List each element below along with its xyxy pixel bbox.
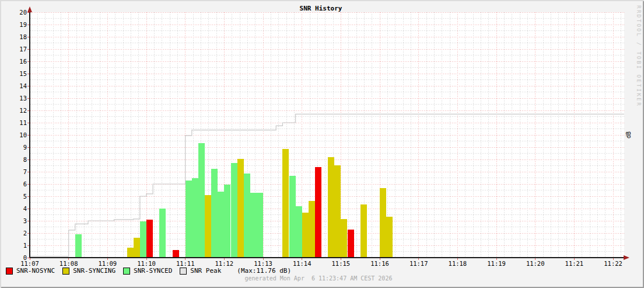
y-tick-label: 12 <box>19 107 27 114</box>
y-tick-label: 16 <box>19 58 27 65</box>
x-tick-label: 11:18 <box>449 260 467 267</box>
x-axis-arrow-icon <box>624 255 629 260</box>
x-tick-label: 11:12 <box>215 260 234 267</box>
y-tick-label: 9 <box>23 144 27 151</box>
x-tick-label: 11:21 <box>565 260 584 267</box>
snr-bar-synced <box>159 209 166 258</box>
snr-bar-synced <box>224 185 230 258</box>
snr-bar-syncing <box>328 157 334 258</box>
y-axis-arrow-icon <box>27 6 32 12</box>
y-tick-label: 5 <box>23 193 27 200</box>
snr-bar-synced <box>231 163 237 258</box>
snr-bar-nosync <box>173 250 179 258</box>
snr-bar-syncing <box>205 195 211 258</box>
x-tick-label: 11:15 <box>332 260 351 267</box>
legend: SNR-NOSYNCSNR-SYNCINGSNR-SYNCEDSNR Peak … <box>6 267 291 275</box>
y-tick-label: 2 <box>23 230 27 237</box>
y-tick-label: 20 <box>19 9 27 16</box>
snr-bar-syncing <box>237 159 244 258</box>
x-tick-label: 11:07 <box>20 260 39 267</box>
snr-bar-syncing <box>386 217 393 258</box>
snr-bar-syncing <box>302 213 309 258</box>
snr-bar-nosync <box>146 220 153 258</box>
y-tick-label: 4 <box>23 205 27 212</box>
x-tick-label: 11:20 <box>526 260 545 267</box>
snr-bar-syncing <box>360 204 367 258</box>
x-tick-label: 11:17 <box>410 260 428 267</box>
y-tick-label: 10 <box>19 131 27 138</box>
legend-swatch-syncing <box>62 268 69 275</box>
y-tick-label: 8 <box>23 156 27 163</box>
legend-swatch-peak <box>180 268 187 275</box>
legend-item-syncing: SNR-SYNCING <box>62 267 116 275</box>
snr-bar-syncing <box>282 149 289 258</box>
snr-bar-syncing <box>341 219 347 258</box>
snr-bar-synced <box>257 193 263 258</box>
y-tick-label: 7 <box>23 168 27 175</box>
legend-label-nosync: SNR-NOSYNC <box>16 267 55 275</box>
y-tick-label: 13 <box>19 95 27 102</box>
legend-label-synced: SNR-SYNCED <box>134 267 172 275</box>
y-tick-label: 17 <box>19 46 27 53</box>
snr-bar-synced <box>218 192 224 258</box>
snr-bar-synced <box>186 181 192 258</box>
snr-bar-nosync <box>348 230 354 258</box>
snr-bar-synced <box>75 234 82 258</box>
legend-label-syncing: SNR-SYNCING <box>73 267 116 275</box>
y-tick-label: 0 <box>23 254 27 261</box>
snr-bar-synced <box>244 174 250 258</box>
snr-bar-synced <box>211 169 218 258</box>
generated-timestamp: generated Mon Apr 6 11:23:47 AM CEST 202… <box>245 275 393 282</box>
y-tick-label: 3 <box>23 217 27 224</box>
legend-item-nosync: SNR-NOSYNC <box>6 267 55 275</box>
x-tick-label: 11:13 <box>254 260 272 267</box>
y-tick-label: 1 <box>23 242 27 249</box>
snr-bar-synced <box>198 143 205 258</box>
legend-label-peak: SNR Peak <box>190 267 221 275</box>
legend-swatch-synced <box>123 268 130 275</box>
snr-bar-syncing <box>380 188 386 258</box>
y-tick-label: 18 <box>19 33 27 40</box>
y-tick-label: 11 <box>19 119 27 126</box>
x-tick-label: 11:14 <box>293 260 312 267</box>
x-tick-label: 11:22 <box>604 260 622 267</box>
legend-item-synced: SNR-SYNCED <box>123 267 172 275</box>
snr-bar-synced <box>140 221 146 258</box>
x-tick-label: 11:08 <box>60 260 78 267</box>
legend-swatch-nosync <box>6 268 13 275</box>
x-tick-label: 11:16 <box>370 260 389 267</box>
y-tick-label: 6 <box>23 181 27 188</box>
snr-bar-synced <box>250 193 257 258</box>
x-tick-label: 11:10 <box>137 260 156 267</box>
snr-bar-synced <box>192 178 198 258</box>
y-tick-label: 19 <box>19 21 27 28</box>
snr-bar-syncing <box>127 248 134 258</box>
y-axis-unit-label: dB <box>625 129 637 141</box>
snr-history-graph: 11:0711:0811:0911:1011:1111:1211:1311:14… <box>0 0 644 288</box>
snr-history-chart: 11:0711:0811:0911:1011:1111:1211:1311:14… <box>0 0 644 288</box>
x-tick-label: 11:11 <box>176 260 195 267</box>
legend-item-peak: SNR Peak <box>180 267 221 275</box>
x-tick-label: 11:19 <box>487 260 506 267</box>
snr-bar-syncing <box>309 201 315 258</box>
y-tick-label: 14 <box>19 82 27 89</box>
peak-max-note: (Max:11.76 dB) <box>237 267 291 275</box>
page-title: SNR History <box>300 5 342 12</box>
snr-bar-syncing <box>334 165 341 258</box>
y-tick-label: 15 <box>19 70 27 77</box>
snr-bar-synced <box>296 206 302 258</box>
snr-bar-syncing <box>134 238 140 258</box>
snr-bar-synced <box>289 176 296 258</box>
snr-bar-nosync <box>315 167 321 258</box>
x-tick-label: 11:09 <box>99 260 117 267</box>
